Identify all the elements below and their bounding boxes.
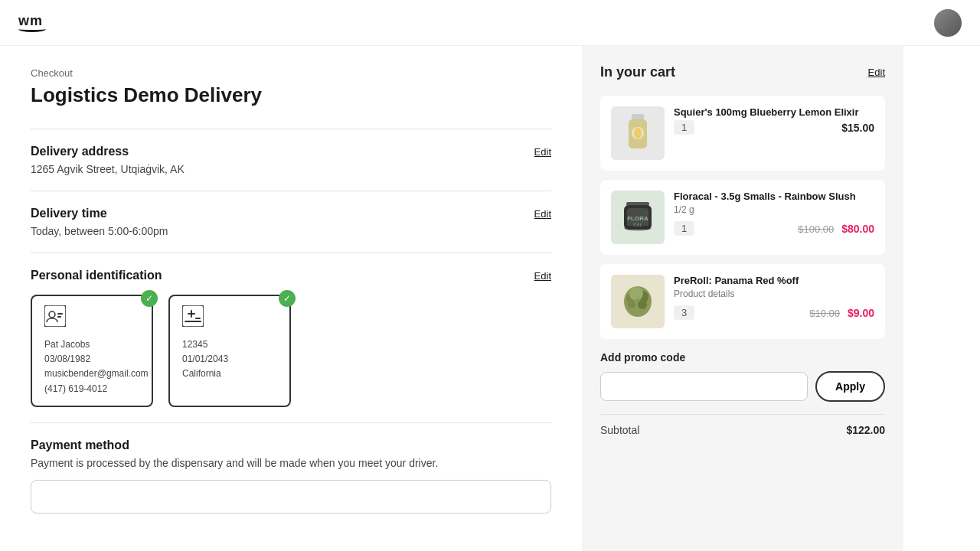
- person-name: Pat Jacobs: [44, 337, 139, 352]
- item-2-details: PreRoll: Panama Red %off Product details…: [674, 275, 874, 320]
- svg-rect-8: [185, 321, 201, 322]
- medical-state: California: [182, 367, 277, 381]
- section-delivery-time-header: Delivery time Edit: [31, 207, 551, 220]
- svg-point-24: [628, 301, 635, 308]
- id-cards: ✓ Pat Jacobs: [31, 295, 551, 407]
- item-1-sale-price: $80.00: [841, 223, 874, 235]
- subtotal-value: $122.00: [846, 424, 885, 436]
- svg-text:FLORA: FLORA: [627, 215, 648, 222]
- id-card-person: ✓ Pat Jacobs: [31, 295, 153, 407]
- id-card-medical-check: ✓: [279, 290, 296, 307]
- item-0-price: $15.00: [841, 122, 874, 134]
- section-delivery-time: Delivery time Edit Today, between 5:00-6…: [31, 191, 551, 253]
- item-0-qty-price: 1 $15.00: [674, 120, 874, 135]
- id-card-medical-info: 12345 01/01/2043 California: [182, 337, 277, 382]
- id-card-person-icon-row: [44, 305, 139, 331]
- item-1-qty-price: 1 $100.00 $80.00: [674, 221, 874, 236]
- payment-method-title: Payment method: [31, 439, 129, 452]
- svg-rect-9: [632, 114, 644, 120]
- avatar-image: [934, 9, 962, 37]
- section-payment-method-header: Payment method: [31, 439, 551, 452]
- promo-title: Add promo code: [600, 351, 885, 364]
- svg-point-22: [629, 287, 643, 301]
- item-2-sale-price: $9.00: [848, 307, 874, 319]
- promo-section: Add promo code Apply: [600, 351, 885, 402]
- delivery-address-content: 1265 Agvik Street, Utqiaġvik, AK: [31, 163, 551, 175]
- medical-expiry: 01/01/2043: [182, 352, 277, 367]
- right-panel: In your cart Edit Squier's 100mg Blueber…: [582, 46, 903, 551]
- subtotal-row: Subtotal $122.00: [600, 414, 885, 436]
- apply-button[interactable]: Apply: [815, 371, 885, 402]
- page-title: Logistics Demo Delivery: [31, 83, 551, 107]
- cart-item-2: PreRoll: Panama Red %off Product details…: [600, 264, 885, 339]
- section-delivery-address-header: Delivery address Edit: [31, 145, 551, 158]
- cart-edit-button[interactable]: Edit: [868, 67, 885, 78]
- item-0-image: [611, 106, 665, 160]
- subtotal-label: Subtotal: [600, 424, 639, 436]
- id-card-medical-icon-row: [182, 305, 277, 331]
- item-2-qty-price: 3 $10.00 $9.00: [674, 305, 874, 320]
- item-0-details: Squier's 100mg Blueberry Lemon Elixir 1 …: [674, 106, 874, 135]
- item-1-qty: 1: [674, 221, 694, 236]
- header: wm: [0, 0, 980, 46]
- person-email: musicbender@gmail.com: [44, 367, 139, 381]
- cart-item-0: Squier's 100mg Blueberry Lemon Elixir 1 …: [600, 96, 885, 171]
- cart-title: In your cart: [600, 64, 675, 80]
- svg-rect-6: [188, 313, 195, 315]
- item-2-image: [611, 275, 665, 328]
- promo-row: Apply: [600, 371, 885, 402]
- item-1-price: $100.00 $80.00: [798, 223, 874, 235]
- item-2-price: $10.00 $9.00: [809, 307, 874, 319]
- person-dob: 03/08/1982: [44, 352, 139, 367]
- logo-smile-icon: [18, 26, 46, 32]
- payment-method-description: Payment is processed by the dispensary a…: [31, 457, 551, 469]
- item-0-name: Squier's 100mg Blueberry Lemon Elixir: [674, 106, 874, 118]
- person-phone: (417) 619-4012: [44, 382, 139, 396]
- id-card-person-check: ✓: [141, 290, 158, 307]
- section-delivery-address: Delivery address Edit 1265 Agvik Street,…: [31, 129, 551, 191]
- item-0-qty: 1: [674, 120, 694, 135]
- section-personal-identification: Personal identification Edit ✓: [31, 253, 551, 422]
- svg-rect-7: [195, 318, 201, 319]
- item-1-sub: 1/2 g: [674, 204, 874, 215]
- logo: wm: [18, 13, 46, 32]
- svg-point-18: [624, 225, 652, 231]
- delivery-time-edit-button[interactable]: Edit: [534, 208, 551, 220]
- item-1-image: FLORA CAL: [611, 191, 665, 244]
- section-personal-identification-header: Personal identification Edit: [31, 269, 551, 282]
- delivery-address-edit-button[interactable]: Edit: [534, 146, 551, 158]
- item-2-sub: Product details: [674, 289, 874, 299]
- svg-point-1: [49, 311, 55, 318]
- personal-id-title: Personal identification: [31, 269, 162, 282]
- item-2-name: PreRoll: Panama Red %off: [674, 275, 874, 286]
- medical-id-number: 12345: [182, 337, 277, 352]
- svg-rect-4: [182, 305, 204, 327]
- person-icon: [44, 305, 66, 331]
- delivery-time-content: Today, between 5:00-6:00pm: [31, 225, 551, 237]
- main-content: Checkout Logistics Demo Delivery Deliver…: [0, 46, 980, 551]
- id-card-medical: ✓ 12345: [168, 295, 291, 407]
- svg-rect-2: [57, 313, 63, 315]
- payment-input-placeholder[interactable]: [31, 480, 551, 514]
- cart-item-1: FLORA CAL Floracal - 3.5g Smalls - Rainb…: [600, 180, 885, 255]
- item-2-original-price: $10.00: [809, 308, 840, 319]
- item-2-qty: 3: [674, 305, 694, 320]
- promo-code-input[interactable]: [600, 372, 808, 401]
- delivery-address-title: Delivery address: [31, 145, 129, 158]
- personal-id-edit-button[interactable]: Edit: [534, 270, 551, 282]
- breadcrumb: Checkout: [31, 67, 551, 79]
- svg-point-25: [638, 300, 647, 309]
- item-1-original-price: $100.00: [798, 223, 834, 235]
- svg-rect-3: [57, 316, 61, 318]
- svg-point-12: [634, 128, 642, 139]
- item-1-name: Floracal - 3.5g Smalls - Rainbow Slush: [674, 191, 874, 202]
- cart-header: In your cart Edit: [600, 64, 885, 80]
- id-card-person-info: Pat Jacobs 03/08/1982 musicbender@gmail.…: [44, 337, 139, 396]
- item-1-details: Floracal - 3.5g Smalls - Rainbow Slush 1…: [674, 191, 874, 236]
- medical-icon: [182, 305, 204, 331]
- avatar[interactable]: [934, 9, 962, 37]
- delivery-time-title: Delivery time: [31, 207, 107, 220]
- left-panel: Checkout Logistics Demo Delivery Deliver…: [0, 46, 582, 551]
- section-payment-method: Payment method Payment is processed by t…: [31, 422, 551, 529]
